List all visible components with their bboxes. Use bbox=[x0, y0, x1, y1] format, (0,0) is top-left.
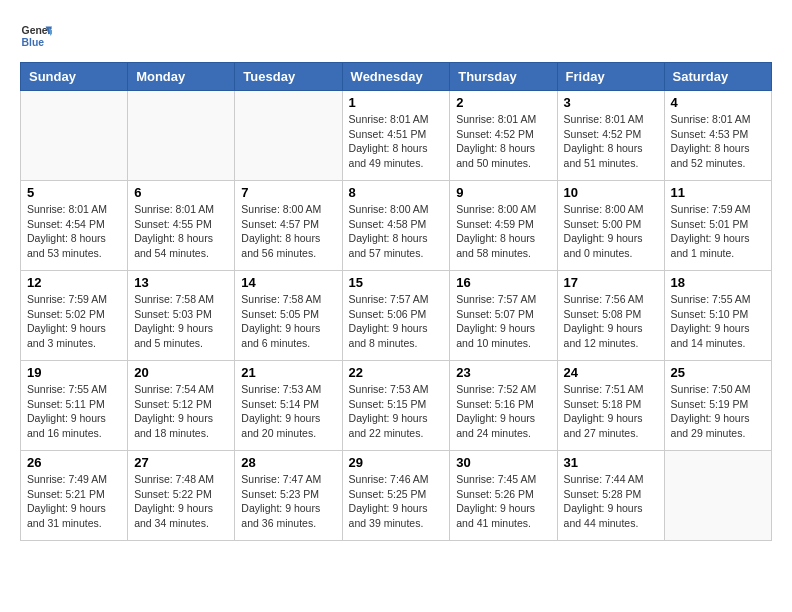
calendar-header-sunday: Sunday bbox=[21, 63, 128, 91]
day-number: 11 bbox=[671, 185, 765, 200]
day-info: Sunrise: 8:00 AM Sunset: 4:57 PM Dayligh… bbox=[241, 202, 335, 261]
day-number: 2 bbox=[456, 95, 550, 110]
day-number: 19 bbox=[27, 365, 121, 380]
day-info: Sunrise: 7:48 AM Sunset: 5:22 PM Dayligh… bbox=[134, 472, 228, 531]
day-info: Sunrise: 7:58 AM Sunset: 5:05 PM Dayligh… bbox=[241, 292, 335, 351]
calendar-cell: 25Sunrise: 7:50 AM Sunset: 5:19 PM Dayli… bbox=[664, 361, 771, 451]
calendar-cell: 1Sunrise: 8:01 AM Sunset: 4:51 PM Daylig… bbox=[342, 91, 450, 181]
calendar-cell: 5Sunrise: 8:01 AM Sunset: 4:54 PM Daylig… bbox=[21, 181, 128, 271]
day-number: 9 bbox=[456, 185, 550, 200]
day-info: Sunrise: 7:55 AM Sunset: 5:11 PM Dayligh… bbox=[27, 382, 121, 441]
day-number: 10 bbox=[564, 185, 658, 200]
day-number: 28 bbox=[241, 455, 335, 470]
day-info: Sunrise: 7:57 AM Sunset: 5:07 PM Dayligh… bbox=[456, 292, 550, 351]
day-number: 18 bbox=[671, 275, 765, 290]
day-info: Sunrise: 7:59 AM Sunset: 5:01 PM Dayligh… bbox=[671, 202, 765, 261]
day-number: 7 bbox=[241, 185, 335, 200]
calendar-cell: 13Sunrise: 7:58 AM Sunset: 5:03 PM Dayli… bbox=[128, 271, 235, 361]
day-number: 31 bbox=[564, 455, 658, 470]
calendar-week-row: 19Sunrise: 7:55 AM Sunset: 5:11 PM Dayli… bbox=[21, 361, 772, 451]
svg-text:Blue: Blue bbox=[22, 37, 45, 48]
calendar-week-row: 26Sunrise: 7:49 AM Sunset: 5:21 PM Dayli… bbox=[21, 451, 772, 541]
calendar-cell: 17Sunrise: 7:56 AM Sunset: 5:08 PM Dayli… bbox=[557, 271, 664, 361]
calendar-week-row: 12Sunrise: 7:59 AM Sunset: 5:02 PM Dayli… bbox=[21, 271, 772, 361]
day-number: 14 bbox=[241, 275, 335, 290]
day-number: 25 bbox=[671, 365, 765, 380]
calendar-cell bbox=[664, 451, 771, 541]
calendar-cell: 18Sunrise: 7:55 AM Sunset: 5:10 PM Dayli… bbox=[664, 271, 771, 361]
day-info: Sunrise: 7:45 AM Sunset: 5:26 PM Dayligh… bbox=[456, 472, 550, 531]
day-number: 16 bbox=[456, 275, 550, 290]
calendar-cell: 14Sunrise: 7:58 AM Sunset: 5:05 PM Dayli… bbox=[235, 271, 342, 361]
calendar-cell: 9Sunrise: 8:00 AM Sunset: 4:59 PM Daylig… bbox=[450, 181, 557, 271]
day-info: Sunrise: 7:46 AM Sunset: 5:25 PM Dayligh… bbox=[349, 472, 444, 531]
day-number: 27 bbox=[134, 455, 228, 470]
calendar-cell: 23Sunrise: 7:52 AM Sunset: 5:16 PM Dayli… bbox=[450, 361, 557, 451]
day-number: 15 bbox=[349, 275, 444, 290]
day-info: Sunrise: 8:01 AM Sunset: 4:51 PM Dayligh… bbox=[349, 112, 444, 171]
day-info: Sunrise: 7:54 AM Sunset: 5:12 PM Dayligh… bbox=[134, 382, 228, 441]
day-info: Sunrise: 8:01 AM Sunset: 4:55 PM Dayligh… bbox=[134, 202, 228, 261]
calendar-cell: 21Sunrise: 7:53 AM Sunset: 5:14 PM Dayli… bbox=[235, 361, 342, 451]
calendar-cell: 10Sunrise: 8:00 AM Sunset: 5:00 PM Dayli… bbox=[557, 181, 664, 271]
logo-icon: General Blue bbox=[20, 20, 52, 52]
day-info: Sunrise: 8:00 AM Sunset: 5:00 PM Dayligh… bbox=[564, 202, 658, 261]
day-number: 23 bbox=[456, 365, 550, 380]
calendar-header-tuesday: Tuesday bbox=[235, 63, 342, 91]
calendar-cell: 22Sunrise: 7:53 AM Sunset: 5:15 PM Dayli… bbox=[342, 361, 450, 451]
day-info: Sunrise: 7:53 AM Sunset: 5:15 PM Dayligh… bbox=[349, 382, 444, 441]
day-number: 8 bbox=[349, 185, 444, 200]
page-header: General Blue bbox=[20, 20, 772, 52]
day-info: Sunrise: 7:52 AM Sunset: 5:16 PM Dayligh… bbox=[456, 382, 550, 441]
day-info: Sunrise: 8:01 AM Sunset: 4:52 PM Dayligh… bbox=[456, 112, 550, 171]
calendar-cell: 8Sunrise: 8:00 AM Sunset: 4:58 PM Daylig… bbox=[342, 181, 450, 271]
calendar-header-row: SundayMondayTuesdayWednesdayThursdayFrid… bbox=[21, 63, 772, 91]
calendar-cell: 28Sunrise: 7:47 AM Sunset: 5:23 PM Dayli… bbox=[235, 451, 342, 541]
day-number: 22 bbox=[349, 365, 444, 380]
day-number: 24 bbox=[564, 365, 658, 380]
day-number: 1 bbox=[349, 95, 444, 110]
calendar-cell: 20Sunrise: 7:54 AM Sunset: 5:12 PM Dayli… bbox=[128, 361, 235, 451]
day-number: 4 bbox=[671, 95, 765, 110]
day-number: 30 bbox=[456, 455, 550, 470]
day-info: Sunrise: 7:58 AM Sunset: 5:03 PM Dayligh… bbox=[134, 292, 228, 351]
calendar-cell bbox=[235, 91, 342, 181]
day-info: Sunrise: 7:53 AM Sunset: 5:14 PM Dayligh… bbox=[241, 382, 335, 441]
calendar-table: SundayMondayTuesdayWednesdayThursdayFrid… bbox=[20, 62, 772, 541]
day-info: Sunrise: 8:01 AM Sunset: 4:54 PM Dayligh… bbox=[27, 202, 121, 261]
day-info: Sunrise: 7:55 AM Sunset: 5:10 PM Dayligh… bbox=[671, 292, 765, 351]
logo: General Blue bbox=[20, 20, 52, 52]
calendar-cell: 26Sunrise: 7:49 AM Sunset: 5:21 PM Dayli… bbox=[21, 451, 128, 541]
day-info: Sunrise: 7:44 AM Sunset: 5:28 PM Dayligh… bbox=[564, 472, 658, 531]
day-info: Sunrise: 8:01 AM Sunset: 4:53 PM Dayligh… bbox=[671, 112, 765, 171]
day-info: Sunrise: 7:47 AM Sunset: 5:23 PM Dayligh… bbox=[241, 472, 335, 531]
day-number: 13 bbox=[134, 275, 228, 290]
calendar-cell: 11Sunrise: 7:59 AM Sunset: 5:01 PM Dayli… bbox=[664, 181, 771, 271]
calendar-header-friday: Friday bbox=[557, 63, 664, 91]
calendar-cell: 4Sunrise: 8:01 AM Sunset: 4:53 PM Daylig… bbox=[664, 91, 771, 181]
calendar-cell: 16Sunrise: 7:57 AM Sunset: 5:07 PM Dayli… bbox=[450, 271, 557, 361]
calendar-header-thursday: Thursday bbox=[450, 63, 557, 91]
calendar-week-row: 1Sunrise: 8:01 AM Sunset: 4:51 PM Daylig… bbox=[21, 91, 772, 181]
day-number: 5 bbox=[27, 185, 121, 200]
day-number: 20 bbox=[134, 365, 228, 380]
day-number: 6 bbox=[134, 185, 228, 200]
calendar-cell: 15Sunrise: 7:57 AM Sunset: 5:06 PM Dayli… bbox=[342, 271, 450, 361]
calendar-cell: 6Sunrise: 8:01 AM Sunset: 4:55 PM Daylig… bbox=[128, 181, 235, 271]
day-number: 29 bbox=[349, 455, 444, 470]
day-number: 26 bbox=[27, 455, 121, 470]
day-number: 17 bbox=[564, 275, 658, 290]
calendar-week-row: 5Sunrise: 8:01 AM Sunset: 4:54 PM Daylig… bbox=[21, 181, 772, 271]
calendar-cell: 30Sunrise: 7:45 AM Sunset: 5:26 PM Dayli… bbox=[450, 451, 557, 541]
calendar-cell: 12Sunrise: 7:59 AM Sunset: 5:02 PM Dayli… bbox=[21, 271, 128, 361]
day-number: 12 bbox=[27, 275, 121, 290]
calendar-cell: 27Sunrise: 7:48 AM Sunset: 5:22 PM Dayli… bbox=[128, 451, 235, 541]
day-info: Sunrise: 7:51 AM Sunset: 5:18 PM Dayligh… bbox=[564, 382, 658, 441]
calendar-cell: 29Sunrise: 7:46 AM Sunset: 5:25 PM Dayli… bbox=[342, 451, 450, 541]
calendar-cell: 31Sunrise: 7:44 AM Sunset: 5:28 PM Dayli… bbox=[557, 451, 664, 541]
day-number: 21 bbox=[241, 365, 335, 380]
day-info: Sunrise: 7:59 AM Sunset: 5:02 PM Dayligh… bbox=[27, 292, 121, 351]
day-info: Sunrise: 7:49 AM Sunset: 5:21 PM Dayligh… bbox=[27, 472, 121, 531]
calendar-cell bbox=[128, 91, 235, 181]
calendar-header-saturday: Saturday bbox=[664, 63, 771, 91]
